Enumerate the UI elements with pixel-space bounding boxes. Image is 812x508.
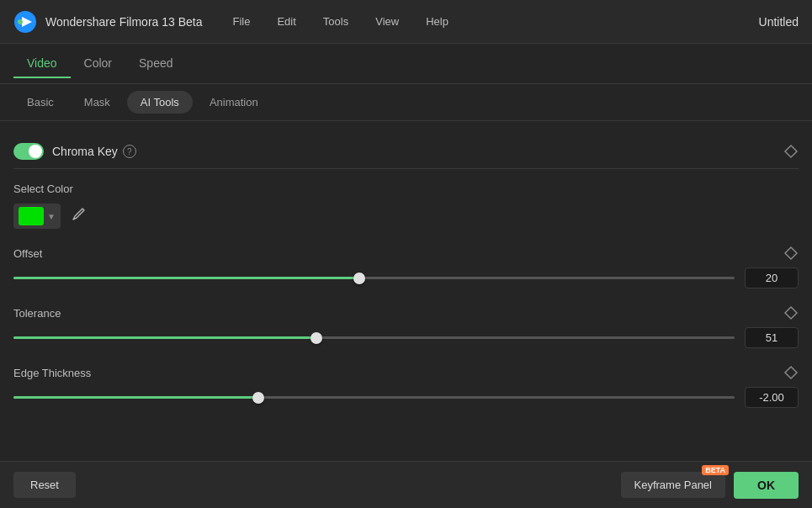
svg-point-3 bbox=[73, 218, 75, 220]
window-title: Untitled bbox=[759, 15, 799, 29]
tolerance-slider-row: 51 bbox=[13, 327, 799, 348]
chevron-down-icon: ▼ bbox=[47, 212, 56, 221]
beta-badge: BETA bbox=[702, 465, 729, 475]
sub-tab-mask[interactable]: Mask bbox=[71, 91, 124, 114]
edge-thickness-label: Edge Thickness bbox=[13, 367, 783, 379]
tab-video[interactable]: Video bbox=[13, 50, 71, 78]
edge-thickness-slider-track[interactable] bbox=[13, 389, 735, 406]
ok-button[interactable]: OK bbox=[734, 472, 799, 499]
tab-speed[interactable]: Speed bbox=[125, 50, 186, 78]
svg-point-2 bbox=[18, 19, 23, 24]
menu-edit[interactable]: Edit bbox=[272, 12, 300, 31]
eyedropper-button[interactable] bbox=[67, 204, 89, 229]
tab-color[interactable]: Color bbox=[71, 50, 125, 78]
app-logo bbox=[13, 10, 37, 34]
edge-thickness-slider-row: -2.00 bbox=[13, 387, 799, 408]
tolerance-slider-track[interactable] bbox=[13, 330, 735, 347]
menu-view[interactable]: View bbox=[370, 12, 404, 31]
help-icon[interactable]: ? bbox=[123, 145, 136, 158]
top-tab-bar: Video Color Speed bbox=[0, 44, 812, 84]
tolerance-input[interactable]: 51 bbox=[745, 327, 799, 348]
edge-thickness-input[interactable]: -2.00 bbox=[745, 387, 799, 408]
menu-bar: File Edit Tools View Help bbox=[228, 12, 759, 31]
content-area: Chroma Key ? Select Color ▼ Offset bbox=[0, 121, 812, 461]
menu-help[interactable]: Help bbox=[421, 12, 454, 31]
offset-slider-track[interactable] bbox=[13, 270, 735, 287]
tolerance-header: Tolerance bbox=[13, 305, 799, 320]
keyframe-panel-button[interactable]: Keyframe Panel BETA bbox=[621, 472, 726, 498]
chroma-key-label: Chroma Key bbox=[52, 145, 118, 158]
color-swatch bbox=[19, 207, 44, 225]
menu-file[interactable]: File bbox=[228, 12, 256, 31]
offset-header: Offset bbox=[13, 246, 799, 261]
offset-keyframe-icon[interactable] bbox=[783, 246, 799, 261]
tolerance-section: Tolerance 51 bbox=[13, 305, 799, 348]
sub-tab-basic[interactable]: Basic bbox=[13, 91, 67, 114]
reset-button[interactable]: Reset bbox=[13, 472, 76, 498]
select-color-section: Select Color ▼ bbox=[13, 183, 799, 229]
edge-thickness-header: Edge Thickness bbox=[13, 365, 799, 380]
offset-slider-row: 20 bbox=[13, 267, 799, 288]
title-bar: Wondershare Filmora 13 Beta File Edit To… bbox=[0, 0, 812, 44]
bottom-bar: Reset Keyframe Panel BETA OK bbox=[0, 461, 812, 508]
chroma-key-toggle[interactable] bbox=[13, 143, 44, 160]
sub-tab-bar: Basic Mask AI Tools Animation bbox=[0, 84, 812, 121]
edge-thickness-section: Edge Thickness -2.00 bbox=[13, 365, 799, 408]
menu-tools[interactable]: Tools bbox=[318, 12, 353, 31]
color-swatch-dropdown[interactable]: ▼ bbox=[13, 204, 61, 229]
edge-thickness-keyframe-icon[interactable] bbox=[783, 365, 799, 380]
tolerance-label: Tolerance bbox=[13, 307, 783, 320]
chroma-key-section: Chroma Key ? bbox=[13, 135, 799, 169]
color-select-row: ▼ bbox=[13, 204, 799, 229]
offset-section: Offset 20 bbox=[13, 246, 799, 288]
app-title: Wondershare Filmora 13 Beta bbox=[45, 15, 203, 29]
sub-tab-animation[interactable]: Animation bbox=[196, 91, 272, 114]
offset-input[interactable]: 20 bbox=[745, 267, 799, 288]
tolerance-keyframe-icon[interactable] bbox=[783, 305, 799, 320]
sub-tab-ai-tools[interactable]: AI Tools bbox=[127, 91, 193, 114]
offset-label: Offset bbox=[13, 247, 783, 260]
chroma-key-keyframe-icon[interactable] bbox=[783, 144, 799, 159]
select-color-label: Select Color bbox=[13, 183, 799, 195]
